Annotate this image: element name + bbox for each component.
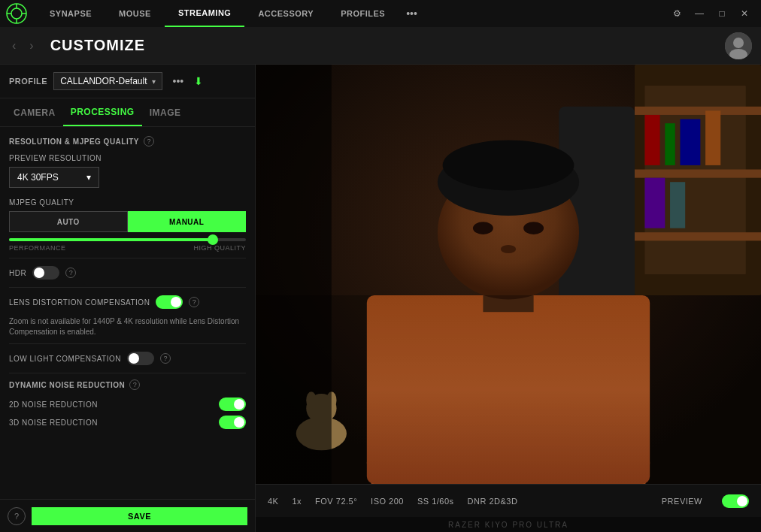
forward-arrow[interactable]: › bbox=[26, 36, 36, 56]
tab-mouse[interactable]: MOUSE bbox=[105, 0, 165, 27]
lens-help-icon[interactable]: ? bbox=[189, 297, 199, 307]
mjpeg-toggle-group: AUTO MANUAL bbox=[9, 211, 246, 232]
close-button[interactable]: ✕ bbox=[734, 3, 755, 24]
noise-3d-label: 3D NOISE REDUCTION bbox=[9, 419, 98, 427]
section-tabs: CAMERA PROCESSING IMAGE bbox=[0, 98, 255, 127]
svg-rect-12 bbox=[644, 115, 659, 165]
tab-profiles[interactable]: PROFILES bbox=[327, 0, 399, 27]
tab-accessory[interactable]: ACCESSORY bbox=[244, 0, 327, 27]
titlebar: SYNAPSE MOUSE STREAMING ACCESSORY PROFIL… bbox=[0, 0, 761, 27]
svg-point-30 bbox=[523, 222, 544, 234]
preview-toggle[interactable] bbox=[722, 494, 749, 508]
slider-right-label: HIGH QUALITY bbox=[193, 244, 246, 252]
maximize-button[interactable]: □ bbox=[711, 3, 732, 24]
razer-brand: RAZER KIYO PRO ULTRA bbox=[448, 521, 568, 529]
right-panel: 4K 1x FOV 72.5° ISO 200 SS 1/60s DNR 2D&… bbox=[256, 65, 761, 532]
svg-point-29 bbox=[473, 222, 493, 234]
noise-2d-label: 2D NOISE REDUCTION bbox=[9, 401, 98, 409]
resolution-section-header: RESOLUTION & MJPEG QUALITY ? bbox=[9, 136, 246, 147]
svg-rect-11 bbox=[635, 232, 761, 240]
profile-dropdown[interactable]: CALLANDOR-Default ▾ bbox=[53, 72, 162, 90]
dropdown-arrow: ▾ bbox=[152, 77, 156, 86]
resolution-help-icon[interactable]: ? bbox=[144, 136, 154, 147]
panel-content: RESOLUTION & MJPEG QUALITY ? PREVIEW RES… bbox=[0, 127, 255, 499]
manual-button[interactable]: MANUAL bbox=[128, 211, 247, 232]
app-logo bbox=[6, 3, 27, 24]
save-button[interactable]: SAVE bbox=[32, 507, 247, 525]
help-button[interactable]: ? bbox=[8, 507, 26, 525]
tab-image[interactable]: IMAGE bbox=[142, 98, 189, 126]
status-dnr: DNR 2D&3D bbox=[468, 497, 518, 506]
left-panel: PROFILE CALLANDOR-Default ▾ ••• ⬇ CAMERA… bbox=[0, 65, 256, 532]
minimize-button[interactable]: — bbox=[689, 3, 710, 24]
window-controls: ⚙ — □ ✕ bbox=[666, 3, 755, 24]
user-avatar[interactable] bbox=[725, 32, 752, 59]
hdr-row: HDR ? bbox=[9, 266, 246, 280]
noise-2d-row: 2D NOISE REDUCTION bbox=[9, 397, 246, 411]
preview-res-arrow: ▾ bbox=[86, 172, 91, 183]
svg-rect-13 bbox=[665, 123, 675, 165]
hdr-label: HDR bbox=[9, 269, 26, 277]
divider-3 bbox=[9, 343, 246, 344]
svg-point-31 bbox=[501, 245, 516, 253]
lens-label: LENS DISTORTION COMPENSATION bbox=[9, 298, 150, 307]
noise-3d-toggle[interactable] bbox=[219, 416, 246, 429]
svg-rect-17 bbox=[670, 182, 685, 228]
settings-button[interactable]: ⚙ bbox=[666, 3, 687, 24]
page-title: CUSTOMIZE bbox=[50, 37, 145, 54]
divider-1 bbox=[9, 258, 246, 258]
svg-point-28 bbox=[443, 140, 575, 190]
status-bar: 4K 1x FOV 72.5° ISO 200 SS 1/60s DNR 2D&… bbox=[256, 484, 761, 517]
header: ‹ › CUSTOMIZE bbox=[0, 27, 761, 65]
svg-rect-14 bbox=[680, 119, 700, 165]
profile-label: PROFILE bbox=[9, 77, 47, 86]
lowlight-help-icon[interactable]: ? bbox=[160, 353, 171, 364]
lens-row: LENS DISTORTION COMPENSATION ? bbox=[9, 295, 246, 309]
status-zoom: 1x bbox=[292, 497, 302, 506]
lens-warning: Zoom is not available for 1440P & 4K res… bbox=[9, 316, 246, 337]
noise-2d-toggle[interactable] bbox=[219, 397, 246, 411]
slider-track bbox=[9, 238, 246, 241]
status-ss: SS 1/60s bbox=[417, 497, 454, 506]
svg-rect-9 bbox=[635, 107, 761, 115]
tab-streaming[interactable]: STREAMING bbox=[165, 0, 245, 27]
slider-thumb[interactable] bbox=[208, 234, 218, 245]
lowlight-label: LOW LIGHT COMPENSATION bbox=[9, 355, 121, 363]
nav-tabs: SYNAPSE MOUSE STREAMING ACCESSORY PROFIL… bbox=[36, 0, 666, 27]
preview-res-dropdown[interactable]: 4K 30FPS ▾ bbox=[9, 167, 99, 188]
auto-button[interactable]: AUTO bbox=[9, 211, 128, 232]
svg-rect-33 bbox=[256, 295, 761, 484]
lens-toggle[interactable] bbox=[156, 295, 183, 309]
profile-download-button[interactable]: ⬇ bbox=[194, 75, 203, 87]
status-resolution: 4K bbox=[268, 497, 278, 506]
main-layout: PROFILE CALLANDOR-Default ▾ ••• ⬇ CAMERA… bbox=[0, 65, 761, 532]
noise-3d-row: 3D NOISE REDUCTION bbox=[9, 416, 246, 429]
quality-slider[interactable]: PERFORMANCE HIGH QUALITY bbox=[9, 238, 246, 252]
tab-synapse[interactable]: SYNAPSE bbox=[36, 0, 105, 27]
slider-labels: PERFORMANCE HIGH QUALITY bbox=[9, 244, 246, 252]
divider-4 bbox=[9, 373, 246, 373]
preview-res-value: 4K 30FPS bbox=[17, 172, 59, 183]
resolution-title: RESOLUTION & MJPEG QUALITY bbox=[9, 138, 139, 146]
noise-title: DYNAMIC NOISE REDUCTION bbox=[9, 381, 125, 389]
hdr-help-icon[interactable]: ? bbox=[65, 268, 76, 278]
slider-left-label: PERFORMANCE bbox=[9, 244, 66, 252]
hdr-toggle[interactable] bbox=[32, 266, 59, 280]
slider-fill bbox=[9, 238, 217, 241]
divider-2 bbox=[9, 287, 246, 288]
more-menu[interactable]: ••• bbox=[399, 8, 425, 20]
noise-help-icon[interactable]: ? bbox=[129, 379, 140, 390]
razer-footer: RAZER KIYO PRO ULTRA bbox=[256, 517, 761, 532]
profile-more-button[interactable]: ••• bbox=[168, 74, 189, 89]
noise-section-header: DYNAMIC NOISE REDUCTION ? bbox=[9, 379, 246, 390]
tab-processing[interactable]: PROCESSING bbox=[63, 98, 142, 126]
tab-camera[interactable]: CAMERA bbox=[6, 98, 63, 126]
back-arrow[interactable]: ‹ bbox=[9, 36, 19, 56]
svg-rect-15 bbox=[705, 110, 720, 165]
lowlight-toggle[interactable] bbox=[127, 352, 154, 365]
svg-point-3 bbox=[733, 38, 744, 48]
camera-preview bbox=[256, 65, 761, 484]
status-iso: ISO 200 bbox=[371, 497, 404, 506]
lowlight-row: LOW LIGHT COMPENSATION ? bbox=[9, 352, 246, 365]
mjpeg-label: MJPEG QUALITY bbox=[9, 198, 246, 207]
